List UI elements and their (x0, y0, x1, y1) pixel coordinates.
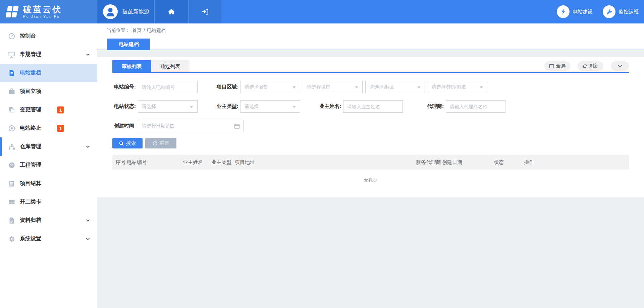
results-table: 序号 电站编号 业主姓名 业主类型 项目地址 服务代理商 创建日期 状态 操作 … (112, 155, 629, 191)
search-button[interactable]: 搜索 (112, 138, 143, 148)
sidebar-item-type2-card[interactable]: 开二类卡 (0, 193, 97, 211)
caret-down-icon (355, 86, 358, 88)
sidebar-item-warehouse-mgmt[interactable]: 仓库管理 (0, 137, 97, 156)
create-time-label: 创建时间: (112, 123, 136, 129)
calendar-icon (234, 123, 240, 129)
chevron-down-icon (86, 219, 90, 222)
breadcrumb: 当前位置： 首页 / 电站建档 (97, 23, 644, 38)
station-status-select[interactable]: 请选择 (138, 100, 198, 113)
col-project-address: 项目地址 (235, 159, 416, 166)
station-no-input[interactable] (138, 81, 198, 93)
gear-icon (8, 235, 15, 243)
filter-form: 电站编号: 项目区域: 请选择省份 请选择城市 请选择县/区 (112, 81, 629, 132)
user-menu[interactable]: 破茧新能源 (97, 0, 154, 23)
town-select[interactable]: 请选择村镇/街道 (428, 81, 487, 93)
page-tab-strip: 电站建档 (97, 38, 644, 50)
document-icon (8, 69, 15, 77)
record-icon (8, 125, 15, 132)
col-station-no: 电站编号 (127, 159, 183, 166)
sidebar-item-project-settlement[interactable]: 项目结算 (0, 174, 97, 193)
nav-station-build[interactable]: 电站建设 (557, 5, 593, 18)
caret-down-icon (292, 106, 296, 108)
reset-icon (152, 141, 157, 146)
tabs-underline (112, 72, 629, 73)
refresh-icon (582, 64, 587, 69)
home-icon (167, 8, 175, 16)
sidebar-item-system-settings[interactable]: 系统设置 (0, 230, 97, 248)
caret-down-icon (190, 106, 193, 108)
owner-name-label: 业主姓名: (318, 103, 341, 110)
collapse-button[interactable] (611, 61, 629, 71)
fullscreen-icon (549, 64, 554, 69)
wrench-icon (603, 5, 615, 18)
brand-title: 破茧云伏 (23, 5, 62, 14)
province-select[interactable]: 请选择省份 (240, 81, 300, 93)
breadcrumb-current: 电站建档 (147, 27, 166, 34)
city-select[interactable]: 请选择城市 (303, 81, 363, 93)
owner-name-input[interactable] (343, 100, 403, 113)
logout-button[interactable] (188, 0, 221, 23)
chevron-down-icon (86, 53, 90, 56)
archive-icon (8, 217, 15, 224)
chevron-down-icon (618, 65, 622, 68)
tab-review-list[interactable]: 审核列表 (112, 60, 151, 72)
filter-actions: 搜索 重置 (112, 138, 629, 148)
dashboard-icon (8, 33, 15, 40)
col-status: 状态 (494, 159, 524, 166)
company-name: 破茧新能源 (122, 8, 149, 15)
col-index: 序号 (116, 159, 127, 166)
col-owner-type: 业主类型 (211, 159, 235, 166)
calculator-icon (8, 180, 15, 187)
nav-monitor-ops[interactable]: 监控运维 (603, 5, 639, 18)
sitemap-icon (8, 143, 15, 150)
sidebar-item-general-mgmt[interactable]: 常规管理 (0, 45, 97, 64)
caret-down-icon (417, 86, 421, 88)
header-spacer (221, 0, 547, 23)
chevron-down-icon (86, 145, 90, 148)
brand-logo: 破茧云伏 Po Jian Yun Fu (0, 0, 97, 23)
login-arrow-icon (201, 8, 209, 16)
owner-type-select[interactable]: 请选择 (240, 100, 300, 113)
notification-badge: 1 (57, 125, 64, 132)
page-tab-station-filing[interactable]: 电站建档 (107, 39, 150, 50)
reset-button[interactable]: 重置 (145, 138, 176, 148)
breadcrumb-prefix: 当前位置： (107, 27, 130, 34)
breadcrumb-home-link[interactable]: 首页 (132, 27, 142, 34)
station-filing-panel: 审核列表 通过列表 全屏 (97, 57, 644, 197)
user-icon (103, 4, 118, 19)
chevron-down-icon (86, 238, 90, 240)
home-button[interactable] (154, 0, 188, 23)
briefcase-icon (8, 88, 15, 95)
empty-state: 无数据 (112, 170, 629, 191)
col-owner-name: 业主姓名 (183, 159, 211, 166)
gauge-icon (8, 162, 15, 169)
brand-logo-icon (5, 4, 19, 19)
copy-icon (8, 106, 15, 114)
caret-down-icon (480, 86, 483, 88)
sidebar-item-station-termination[interactable]: 电站终止 1 (0, 119, 97, 137)
fullscreen-button[interactable]: 全屏 (544, 61, 570, 71)
brand-subtitle: Po Jian Yun Fu (23, 14, 62, 18)
bolt-icon (557, 5, 570, 18)
main-content: 当前位置： 首页 / 电站建档 电站建档 审核列表 通过列表 全屏 (97, 23, 644, 308)
active-marker-bar (0, 137, 2, 156)
card-icon (8, 198, 15, 206)
monitor-icon (8, 51, 15, 58)
sidebar-item-console[interactable]: 控制台 (0, 27, 97, 45)
top-header: 破茧云伏 Po Jian Yun Fu 破茧新能源 (0, 0, 644, 23)
sidebar-item-project-initiation[interactable]: 项目立项 (0, 82, 97, 101)
sidebar-item-change-mgmt[interactable]: 变更管理 1 (0, 101, 97, 119)
county-select[interactable]: 请选择县/区 (365, 81, 425, 93)
sidebar-item-station-filing[interactable]: 电站建档 (0, 64, 97, 82)
refresh-button[interactable]: 刷新 (578, 61, 603, 71)
tab-approved-list[interactable]: 通过列表 (151, 60, 190, 72)
sidebar: 控制台 常规管理 电站建档 (0, 23, 97, 308)
region-label: 项目区域: (215, 84, 238, 90)
sidebar-item-data-archive[interactable]: 资料归档 (0, 211, 97, 230)
panel-toolbar: 全屏 刷新 (537, 61, 629, 71)
agent-input[interactable] (446, 100, 505, 113)
sidebar-item-engineering-mgmt[interactable]: 工程管理 (0, 156, 97, 174)
date-range-picker[interactable]: 请选择日期范围 (138, 120, 244, 132)
agent-label: 代理商: (420, 103, 444, 110)
col-service-agent: 服务代理商 (416, 159, 442, 166)
